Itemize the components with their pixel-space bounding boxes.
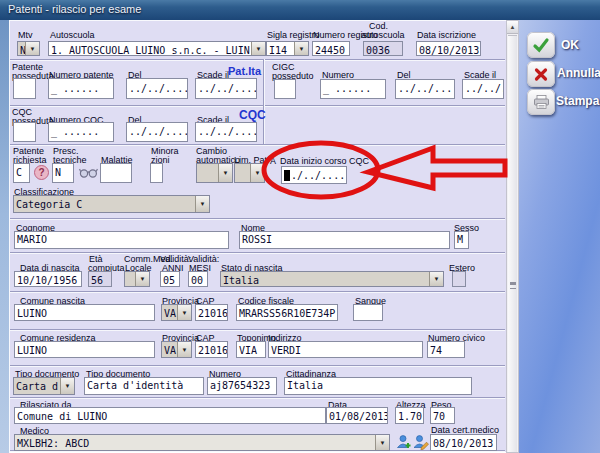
chevron-down-icon: ▼ <box>250 164 264 182</box>
stampa-button[interactable] <box>527 89 555 115</box>
chevron-down-icon: ▼ <box>177 305 191 320</box>
scrollbar[interactable]: ▲ <box>506 20 519 453</box>
data-nascita-field[interactable]: 10/10/1956 <box>14 271 82 287</box>
comune-nascita-field[interactable]: LUINO <box>14 304 155 321</box>
cap-residenza-field[interactable]: 21016 <box>195 341 228 358</box>
malattie-field[interactable] <box>100 163 132 183</box>
stato-nascita-combo-value: Italia <box>221 272 429 286</box>
numero-registro-field[interactable]: 24450 <box>312 41 350 56</box>
data-rilascio-field[interactable]: 01/08/2013 <box>326 407 388 424</box>
autoscuola-label: Autoscuola <box>50 30 95 40</box>
medico-combo-value: MXLBH2: ABCD <box>15 435 375 450</box>
add-person-icon[interactable] <box>396 434 412 450</box>
nome-field[interactable]: ROSSI <box>239 231 450 249</box>
data-inizio-corso-cqc-label: Data inizio corso CQC <box>280 156 369 166</box>
classificazione-combo[interactable]: Categoria C ▼ <box>13 195 210 213</box>
provincia-nascita-combo[interactable]: VA ▼ <box>161 304 192 321</box>
chevron-down-icon: ▼ <box>25 42 39 55</box>
mesi-field[interactable]: 00 <box>188 271 208 287</box>
patente-del-field[interactable]: ../../.... <box>126 78 188 99</box>
mtv-combo[interactable]: N ▼ <box>17 41 40 56</box>
estero-field <box>452 271 466 287</box>
title-bar[interactable]: Patenti - rilascio per esame <box>0 0 600 20</box>
anni-field[interactable]: 05 <box>160 271 180 287</box>
annulla-button[interactable] <box>527 61 555 87</box>
classificazione-combo-value: Categoria C <box>14 196 195 212</box>
data-inizio-corso-cqc-field[interactable]: ./../.... <box>281 166 347 184</box>
separator <box>10 105 505 107</box>
cqc-scade-field[interactable]: ../../.... <box>195 122 257 142</box>
numero-civico-field[interactable]: 74 <box>427 341 465 358</box>
sigla-registro-combo[interactable]: I14 ▼ <box>266 41 309 56</box>
glasses-icon <box>79 166 98 179</box>
cqc-badge: CQC <box>239 108 266 122</box>
cognome-field[interactable]: MARIO <box>14 231 229 249</box>
cambio-automatico-combo[interactable]: ▼ <box>196 163 233 183</box>
group-divider <box>263 59 265 144</box>
cigc-scade-field[interactable]: ../../... <box>462 79 504 99</box>
cigc-numero-field[interactable]: _ ...... <box>320 79 386 99</box>
comm-locale-combo[interactable]: ▼ <box>124 271 150 287</box>
cigc-posseduto-field[interactable] <box>274 79 296 99</box>
help-icon[interactable]: ? <box>34 165 49 180</box>
separator <box>10 397 505 399</box>
comune-residenza-field[interactable]: LUINO <box>14 341 155 358</box>
patente-scade-field[interactable]: ../../.... <box>195 78 257 99</box>
x-icon <box>533 67 549 82</box>
tipo-documento-field[interactable]: Carta d'identità <box>84 377 204 395</box>
rilasciato-da-field[interactable]: Comune di LUINO <box>14 407 326 424</box>
edit-person-icon[interactable] <box>413 434 429 450</box>
ok-button-label: OK <box>561 38 579 52</box>
chevron-down-icon: ▼ <box>195 196 209 212</box>
data-iscrizione-field[interactable]: 08/10/2013 <box>416 41 481 56</box>
sesso-field[interactable]: M <box>454 231 469 249</box>
toponimo-field[interactable]: VIA <box>236 341 266 358</box>
cqc-del-field[interactable]: ../../.... <box>126 122 188 142</box>
autoscuola-combo-value: 1. AUTOSCUOLA LUINO s.n.c. - LUIN <box>49 42 251 55</box>
separator <box>10 329 505 331</box>
provincia-residenza-combo[interactable]: VA ▼ <box>161 341 192 358</box>
cqc-posseduta-field[interactable] <box>13 122 36 142</box>
codice-fiscale-field[interactable]: MRARSS56R10E734P <box>236 304 338 321</box>
ok-button[interactable] <box>527 32 555 58</box>
chevron-down-icon: ▼ <box>251 42 265 55</box>
numero-documento-field[interactable]: aj87654323 <box>207 377 277 395</box>
text-cursor <box>284 170 290 181</box>
cambio-automatico-combo-value <box>197 164 218 182</box>
cigc-del-field[interactable]: ../../.... <box>395 79 455 99</box>
eta-field: 56 <box>88 271 112 287</box>
stato-nascita-combo[interactable]: Italia ▼ <box>220 271 444 287</box>
scrollbar-thumb[interactable] <box>508 35 517 452</box>
cittadinanza-field[interactable]: Italia <box>284 377 472 395</box>
minorazioni-field[interactable] <box>150 163 163 183</box>
cqc-numero-field[interactable]: _ ...... <box>48 122 114 142</box>
patente-posseduta-field[interactable] <box>13 78 36 99</box>
indirizzo-field[interactable]: VERDI <box>268 341 423 358</box>
autoscuola-combo[interactable]: 1. AUTOSCUOLA LUINO s.n.c. - LUIN ▼ <box>48 41 266 56</box>
sangue-field[interactable] <box>353 304 383 321</box>
separator <box>10 365 505 367</box>
medico-combo[interactable]: MXLBH2: ABCD ▼ <box>14 434 390 451</box>
numero-patente-field[interactable]: _ ...... <box>48 78 114 99</box>
data-iscrizione-label: Data iscrizione <box>417 30 476 40</box>
cap-nascita-field[interactable]: 21016 <box>195 304 228 321</box>
check-icon <box>532 37 550 53</box>
lim-pat-combo[interactable]: ▼ <box>234 163 265 183</box>
separator <box>10 144 505 146</box>
altezza-field[interactable]: 1.70 <box>395 407 424 424</box>
separator <box>10 252 505 254</box>
patente-richiesta-field[interactable]: C <box>13 163 30 183</box>
data-cert-medico-field[interactable]: 08/10/2013 <box>430 434 497 451</box>
tipo-documento-combo[interactable]: Carta d ▼ <box>13 377 75 395</box>
cod-autoscuola-field: 0036 <box>363 41 403 56</box>
cod-autoscuola-label-line2: autoscuola <box>361 30 405 40</box>
scroll-up-button[interactable]: ▲ <box>507 21 518 34</box>
separator <box>10 218 505 220</box>
chevron-down-icon: ▼ <box>60 378 74 394</box>
peso-field[interactable]: 70 <box>430 407 455 424</box>
mtv-combo-value: N <box>18 42 25 55</box>
provincia-residenza-combo-value: VA <box>162 342 177 357</box>
presc-tecniche-field[interactable]: N <box>52 163 74 183</box>
printer-icon <box>533 94 550 110</box>
sigla-registro-combo-value: I14 <box>267 42 294 55</box>
